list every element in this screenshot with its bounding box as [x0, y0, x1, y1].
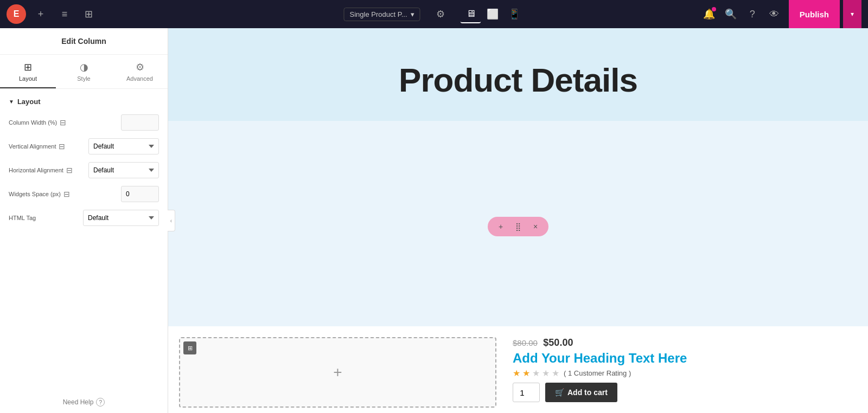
device-buttons: 🖥 ⬜ 📱	[461, 5, 525, 23]
sliders-icon: ≡	[62, 9, 68, 20]
layers-icon: ⊞	[85, 8, 93, 20]
desktop-device-button[interactable]: 🖥	[461, 5, 481, 23]
search-button[interactable]: 🔍	[722, 5, 740, 23]
floating-close-button[interactable]: ×	[529, 220, 542, 233]
column-box-icon: ⊞	[183, 341, 196, 354]
price-row: $80.00 $50.00	[513, 337, 852, 349]
cart-icon: 🛒	[555, 388, 564, 397]
drag-icon: ⣿	[515, 222, 521, 231]
chevron-down-icon: ▾	[411, 10, 414, 18]
original-price: $80.00	[513, 338, 538, 347]
responsive-icon-ha: ⊟	[66, 166, 73, 175]
panel-collapse-button[interactable]: ‹	[168, 210, 175, 231]
help-button[interactable]: ?	[743, 5, 762, 23]
widgets-space-label: Widgets Space (px) ⊟	[9, 190, 117, 198]
html-tag-label: HTML Tag	[9, 215, 79, 221]
rating-text: ( 1 Customer Rating )	[564, 369, 631, 377]
add-element-button[interactable]: +	[31, 5, 50, 23]
responsive-icon-va: ⊟	[59, 142, 65, 151]
page-selector-text: Single Product P...	[350, 10, 407, 18]
product-details-title: Product Details	[179, 61, 857, 99]
close-icon: ×	[533, 222, 538, 231]
publish-button[interactable]: Publish	[789, 0, 840, 28]
widgets-space-input[interactable]	[121, 186, 159, 202]
panel-tabs: ⊞ Layout ◑ Style ⚙ Advanced	[0, 55, 168, 89]
horizontal-alignment-row: Horizontal Alignment ⊟ Default Left Cent…	[9, 162, 159, 178]
star-2: ★	[522, 368, 530, 378]
section-collapse-icon: ▼	[9, 99, 14, 105]
column-width-input[interactable]	[121, 114, 159, 131]
question-circle-icon: ?	[96, 398, 105, 406]
layout-section-header: ▼ Layout	[9, 98, 159, 106]
canvas-area: Product Details + ⣿ × ⊞ +	[168, 28, 868, 413]
add-widget-button[interactable]: +	[333, 364, 342, 381]
chevron-down-icon: ▾	[851, 10, 854, 18]
chevron-left-icon: ‹	[170, 218, 172, 224]
plus-icon: +	[38, 9, 44, 20]
tab-advanced[interactable]: ⚙ Advanced	[112, 55, 168, 88]
widgets-space-row: Widgets Space (px) ⊟	[9, 186, 159, 202]
vertical-alignment-label: Vertical Alignment ⊟	[9, 142, 84, 151]
mobile-device-button[interactable]: 📱	[504, 5, 525, 23]
eye-icon: 👁	[769, 9, 779, 20]
layout-tab-icon: ⊞	[24, 61, 32, 73]
search-icon: 🔍	[725, 8, 737, 20]
html-tag-select[interactable]: Default div header footer main article s…	[83, 210, 159, 226]
page-selector[interactable]: Single Product P... ▾	[344, 8, 420, 21]
publish-arrow-button[interactable]: ▾	[843, 0, 861, 28]
column-width-row: Column Width (%) ⊟	[9, 114, 159, 131]
tab-style[interactable]: ◑ Style	[56, 55, 112, 88]
responsive-icon-ws: ⊟	[63, 190, 70, 198]
floating-toolbar: + ⣿ ×	[488, 217, 548, 236]
product-details-right: $80.00 $50.00 Add Your Heading Text Here…	[507, 337, 857, 413]
topbar: E + ≡ ⊞ Single Product P... ▾ ⚙ 🖥 ⬜ 📱	[0, 0, 868, 28]
need-help-link[interactable]: Need Help ?	[0, 391, 168, 413]
add-to-cart-button[interactable]: 🛒 Add to cart	[545, 383, 617, 402]
page-settings-button[interactable]: ⚙	[431, 5, 450, 23]
notifications-button[interactable]: 🔔	[700, 5, 718, 23]
vertical-alignment-select[interactable]: Default Top Middle Bottom	[88, 138, 159, 154]
product-heading[interactable]: Add Your Heading Text Here	[513, 351, 852, 366]
left-panel: Edit Column ⊞ Layout ◑ Style ⚙ Advanced …	[0, 28, 168, 413]
elementor-logo[interactable]: E	[7, 4, 26, 24]
tablet-device-button[interactable]: ⬜	[482, 5, 503, 23]
rating-row: ★ ★ ★ ★ ★ ( 1 Customer Rating )	[513, 368, 852, 378]
responsive-icon: ⊟	[60, 118, 66, 127]
style-tab-icon: ◑	[80, 61, 88, 73]
floating-add-button[interactable]: +	[494, 220, 507, 233]
desktop-icon: 🖥	[466, 8, 476, 20]
topbar-right: 🔔 🔍 ? 👁 Publish ▾	[700, 0, 861, 28]
html-tag-row: HTML Tag Default div header footer main …	[9, 210, 159, 226]
star-5: ★	[552, 368, 559, 378]
plus-icon: +	[333, 364, 342, 380]
column-width-label: Column Width (%) ⊟	[9, 118, 117, 127]
vertical-alignment-row: Vertical Alignment ⊟ Default Top Middle …	[9, 138, 159, 154]
main-layout: Edit Column ⊞ Layout ◑ Style ⚙ Advanced …	[0, 28, 868, 413]
cart-row: 🛒 Add to cart	[513, 383, 852, 402]
column-box: ⊞ +	[179, 337, 496, 408]
horizontal-alignment-select[interactable]: Default Left Center Right	[88, 162, 159, 178]
question-icon: ?	[750, 9, 755, 20]
gear-icon: ⚙	[436, 8, 445, 20]
panel-title: Edit Column	[0, 28, 168, 55]
floating-drag-button[interactable]: ⣿	[512, 220, 525, 233]
notification-dot	[712, 7, 716, 11]
layers-button[interactable]: ⊞	[79, 5, 98, 23]
panel-content: ▼ Layout Column Width (%) ⊟ Vertical Ali…	[0, 89, 168, 391]
tab-layout[interactable]: ⊞ Layout	[0, 55, 56, 88]
settings-sliders-button[interactable]: ≡	[55, 5, 74, 23]
star-1: ★	[513, 368, 520, 378]
star-3: ★	[532, 368, 540, 378]
preview-button[interactable]: 👁	[765, 5, 783, 23]
sale-price: $50.00	[543, 337, 573, 348]
advanced-tab-icon: ⚙	[136, 61, 144, 73]
column-icon: ⊞	[188, 345, 193, 352]
bottom-area: ⊞ + $80.00 $50.00 Add Your Heading Text …	[168, 326, 868, 413]
horizontal-alignment-label: Horizontal Alignment ⊟	[9, 166, 84, 175]
tablet-icon: ⬜	[487, 8, 499, 20]
mobile-icon: 📱	[508, 8, 520, 20]
star-4: ★	[542, 368, 550, 378]
topbar-center: Single Product P... ▾ ⚙ 🖥 ⬜ 📱	[344, 5, 525, 23]
product-banner: Product Details	[168, 28, 868, 121]
quantity-input[interactable]	[513, 383, 540, 402]
